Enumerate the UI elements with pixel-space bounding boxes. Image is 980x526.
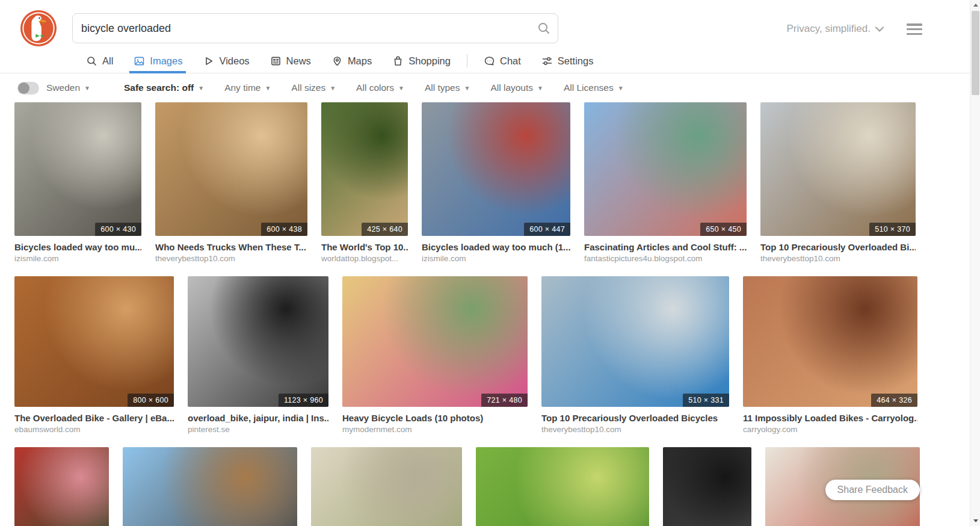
result-title[interactable]: The Overloaded Bike - Gallery | eBa... [14, 413, 174, 423]
search-input[interactable] [73, 22, 530, 35]
tab-divider [467, 54, 467, 67]
result-domain[interactable]: theverybesttop10.com [760, 254, 916, 263]
duckduckgo-logo[interactable] [20, 10, 57, 47]
image-result[interactable]: 600 × 447Bicycles loaded way too much (1… [422, 102, 570, 263]
filter-all-layouts[interactable]: All layouts ▼ [490, 82, 543, 93]
result-thumbnail[interactable] [476, 447, 649, 526]
tab-maps[interactable]: Maps [330, 49, 373, 73]
tab-videos[interactable]: Videos [201, 49, 250, 73]
filter-label: All types [425, 82, 460, 93]
filter-label: All colors [356, 82, 394, 93]
search-box [72, 13, 558, 43]
filter-all-types[interactable]: All types ▼ [425, 82, 470, 93]
search-submit-button[interactable] [530, 14, 558, 43]
filter-safe-search-off[interactable]: Safe search: off ▼ [124, 82, 204, 93]
menu-icon[interactable] [907, 23, 922, 35]
image-result[interactable] [14, 447, 109, 526]
filter-label: Safe search: off [124, 82, 194, 93]
result-domain[interactable]: fantasticpictures4u.blogspot.com [584, 254, 747, 263]
shopping-icon [392, 55, 404, 67]
result-domain[interactable]: ebaumsworld.com [14, 425, 174, 434]
result-thumbnail[interactable]: 721 × 480 [342, 276, 528, 407]
filter-all-sizes[interactable]: All sizes ▼ [291, 82, 336, 93]
result-title[interactable]: Top 10 Precariously Overloaded Bicycles [541, 413, 729, 423]
scrollbar-thumb[interactable] [972, 11, 979, 95]
tab-label: Shopping [408, 55, 451, 67]
scroll-up-arrow[interactable] [970, 0, 980, 10]
result-domain[interactable]: theverybesttop10.com [155, 254, 307, 263]
result-title[interactable]: Heavy Bicycle Loads (10 photos) [342, 413, 528, 423]
result-thumbnail[interactable]: 1123 × 960 [188, 276, 328, 407]
result-thumbnail[interactable] [663, 447, 751, 526]
privacy-tagline-dropdown[interactable]: Privacy, simplified. [787, 23, 884, 35]
result-thumbnail[interactable] [14, 447, 109, 526]
image-result[interactable]: 1123 × 960overload_bike, jaipur, india |… [188, 276, 328, 434]
image-result[interactable]: 510 × 331Top 10 Precariously Overloaded … [541, 276, 729, 434]
caret-down-icon: ▼ [330, 85, 336, 91]
result-thumbnail[interactable]: 510 × 370 [760, 102, 916, 236]
result-thumbnail[interactable]: 510 × 331 [541, 276, 729, 407]
result-domain[interactable]: theverybesttop10.com [541, 425, 729, 434]
scroll-down-arrow[interactable] [970, 516, 980, 526]
scrollbar[interactable] [970, 0, 980, 526]
result-title[interactable]: Bicycles loaded way too mu... [14, 242, 141, 252]
region-toggle[interactable] [17, 82, 39, 94]
tab-label: Chat [500, 55, 521, 67]
region-dropdown[interactable]: Sweden ▼ [46, 82, 90, 93]
tab-images[interactable]: Images [132, 49, 183, 73]
image-result[interactable] [663, 447, 751, 526]
image-result[interactable]: 721 × 480Heavy Bicycle Loads (10 photos)… [342, 276, 528, 434]
result-thumbnail[interactable]: 464 × 326 [743, 276, 917, 407]
images-icon [133, 55, 146, 67]
image-result[interactable]: 600 × 430Bicycles loaded way too mu...iz… [14, 102, 141, 263]
image-result[interactable]: 600 × 438Who Needs Trucks When These T..… [155, 102, 307, 263]
image-result[interactable]: 464 × 32611 Impossibly Loaded Bikes - Ca… [743, 276, 917, 434]
header: Privacy, simplified. All Images Videos N… [0, 0, 980, 73]
filter-all-licenses[interactable]: All Licenses ▼ [564, 82, 624, 93]
result-domain[interactable]: izismile.com [14, 254, 141, 263]
image-result[interactable]: 800 × 600The Overloaded Bike - Gallery |… [14, 276, 174, 434]
caret-down-icon: ▼ [537, 85, 543, 91]
result-title[interactable]: Top 10 Precariously Overloaded Bi... [760, 242, 916, 252]
image-size-badge: 800 × 600 [128, 394, 174, 407]
image-result[interactable]: 510 × 370Top 10 Precariously Overloaded … [760, 102, 916, 263]
result-title[interactable]: 11 Impossibly Loaded Bikes - Carryolog..… [743, 413, 917, 423]
region-label: Sweden [46, 82, 80, 93]
share-feedback-button[interactable]: Share Feedback [825, 480, 920, 500]
image-size-badge: 464 × 326 [871, 394, 917, 407]
result-thumbnail[interactable] [311, 447, 462, 526]
videos-icon [202, 55, 215, 67]
result-thumbnail[interactable] [123, 447, 297, 526]
result-domain[interactable]: mymodernmet.com [342, 425, 528, 434]
result-domain[interactable]: pinterest.se [188, 425, 328, 434]
result-title[interactable]: Bicycles loaded way too much (1... [422, 242, 570, 252]
result-title[interactable]: overload_bike, jaipur, india | Ins... [188, 413, 328, 423]
filter-all-colors[interactable]: All colors ▼ [356, 82, 404, 93]
results-row: 800 × 600The Overloaded Bike - Gallery |… [14, 276, 980, 434]
result-thumbnail[interactable]: 425 × 640 [321, 102, 408, 236]
result-thumbnail[interactable]: 800 × 600 [14, 276, 174, 407]
tab-chat[interactable]: Chat [482, 49, 522, 73]
filter-any-time[interactable]: Any time ▼ [224, 82, 271, 93]
result-thumbnail[interactable]: 600 × 438 [155, 102, 307, 236]
tab-shopping[interactable]: Shopping [390, 49, 452, 73]
image-result[interactable]: 425 × 640The World's Top 10...worldattop… [321, 102, 408, 263]
result-title[interactable]: Who Needs Trucks When These T... [155, 242, 307, 252]
image-result[interactable]: 650 × 450Fascinating Articles and Cool S… [584, 102, 747, 263]
tab-news[interactable]: News [268, 49, 312, 73]
image-size-badge: 721 × 480 [481, 394, 528, 407]
chevron-down-icon [875, 26, 884, 32]
result-title[interactable]: Fascinating Articles and Cool Stuff: ... [584, 242, 747, 252]
image-result[interactable] [123, 447, 297, 526]
result-thumbnail[interactable]: 600 × 430 [14, 102, 141, 236]
image-result[interactable] [476, 447, 649, 526]
result-domain[interactable]: izismile.com [422, 254, 570, 263]
result-thumbnail[interactable]: 600 × 447 [422, 102, 570, 236]
tab-settings[interactable]: Settings [540, 49, 595, 73]
result-domain[interactable]: worldattop.blogspot... [321, 254, 408, 263]
result-thumbnail[interactable]: 650 × 450 [584, 102, 747, 236]
tab-all[interactable]: All [84, 49, 114, 73]
result-domain[interactable]: carryology.com [743, 425, 917, 434]
result-title[interactable]: The World's Top 10... [321, 242, 408, 252]
image-result[interactable] [311, 447, 462, 526]
